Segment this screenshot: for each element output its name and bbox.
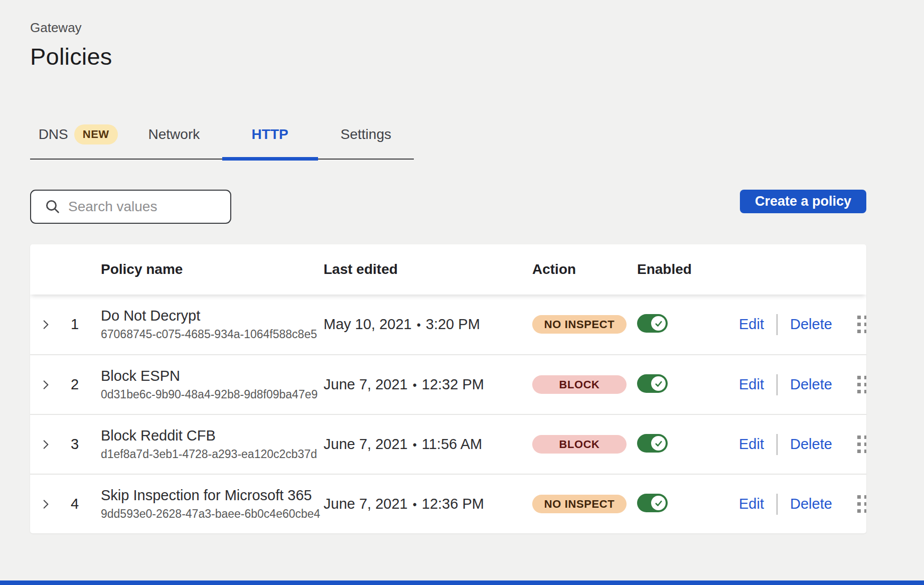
last-edited-time: 3:20 PM: [426, 316, 480, 332]
tab-network[interactable]: Network: [126, 121, 222, 159]
drag-handle-icon[interactable]: [857, 495, 866, 513]
drag-handle-icon[interactable]: [857, 376, 866, 393]
delete-link[interactable]: Delete: [790, 496, 832, 512]
column-header-policy-name: Policy name: [101, 261, 324, 277]
action-divider: [777, 494, 778, 515]
toggle-knob: [651, 376, 666, 391]
last-edited-date: June 7, 2021: [324, 376, 408, 392]
drag-handle-icon[interactable]: [857, 435, 866, 453]
last-edited: June 7, 2021•11:56 AM: [324, 436, 532, 453]
tab-settings[interactable]: Settings: [318, 121, 414, 159]
table-row: 3 Block Reddit CFB d1ef8a7d-3eb1-4728-a2…: [30, 414, 866, 474]
chevron-right-icon: [39, 318, 52, 331]
tab-settings-label: Settings: [341, 126, 391, 142]
breadcrumb: Gateway: [30, 20, 866, 36]
policy-uuid: d1ef8a7d-3eb1-4728-a293-ea120c2cb37d: [101, 448, 324, 461]
edit-link[interactable]: Edit: [739, 496, 764, 512]
action-divider: [777, 434, 778, 455]
policy-uuid: 67068745-c075-4685-934a-1064f588c8e5: [101, 328, 324, 341]
date-time-separator: •: [417, 319, 421, 332]
toggle-knob: [651, 316, 666, 331]
last-edited: June 7, 2021•12:32 PM: [324, 376, 532, 393]
expand-row-button[interactable]: [37, 316, 54, 333]
chevron-right-icon: [39, 498, 52, 511]
last-edited: May 10, 2021•3:20 PM: [324, 316, 532, 333]
tab-network-label: Network: [148, 126, 200, 142]
row-number: 3: [63, 436, 101, 453]
last-edited: June 7, 2021•12:36 PM: [324, 496, 532, 512]
date-time-separator: •: [413, 379, 417, 392]
policy-name: Block Reddit CFB: [101, 427, 324, 444]
action-badge: BLOCK: [532, 375, 627, 394]
policy-name: Do Not Decrypt: [101, 308, 324, 324]
expand-row-button[interactable]: [37, 376, 54, 393]
policy-name: Block ESPN: [101, 368, 324, 384]
row-number: 1: [63, 316, 101, 333]
last-edited-time: 12:36 PM: [422, 496, 484, 512]
delete-link[interactable]: Delete: [790, 316, 832, 333]
action-badge: BLOCK: [532, 435, 627, 454]
toggle-knob: [651, 496, 666, 510]
search-box[interactable]: [30, 190, 231, 224]
expand-row-button[interactable]: [37, 436, 54, 453]
enabled-toggle[interactable]: [637, 374, 668, 393]
toolbar: Create a policy: [30, 190, 866, 224]
table-row: 1 Do Not Decrypt 67068745-c075-4685-934a…: [30, 295, 866, 354]
last-edited-time: 12:32 PM: [422, 376, 484, 392]
row-number: 4: [63, 496, 101, 512]
delete-link[interactable]: Delete: [790, 376, 832, 393]
expand-row-button[interactable]: [37, 496, 54, 513]
search-icon: [44, 198, 61, 215]
edit-link[interactable]: Edit: [739, 436, 764, 453]
check-icon: [654, 499, 663, 508]
policy-uuid: 0d31be6c-9b90-48a4-92b8-9d8f09ba47e9: [101, 388, 324, 401]
drag-handle-icon[interactable]: [857, 316, 866, 333]
action-divider: [777, 374, 778, 395]
action-badge: NO INSPECT: [532, 315, 627, 334]
column-header-action: Action: [532, 261, 637, 277]
toggle-knob: [651, 436, 666, 451]
create-policy-button[interactable]: Create a policy: [740, 190, 866, 213]
column-header-last-edited: Last edited: [324, 261, 532, 277]
column-header-enabled: Enabled: [637, 261, 727, 277]
page-title: Policies: [30, 43, 866, 70]
chevron-right-icon: [39, 378, 52, 391]
new-badge: NEW: [74, 124, 118, 144]
last-edited-date: May 10, 2021: [324, 316, 412, 332]
tab-bar: DNS NEW Network HTTP Settings: [30, 121, 414, 160]
table-row: 2 Block ESPN 0d31be6c-9b90-48a4-92b8-9d8…: [30, 354, 866, 414]
row-number: 2: [63, 376, 101, 393]
check-icon: [654, 319, 663, 328]
action-badge: NO INSPECT: [532, 495, 627, 513]
chevron-right-icon: [39, 438, 52, 451]
date-time-separator: •: [413, 498, 417, 511]
last-edited-time: 11:56 AM: [422, 436, 482, 452]
policies-table: Policy name Last edited Action Enabled 1…: [30, 244, 866, 533]
enabled-toggle[interactable]: [637, 434, 668, 453]
search-input[interactable]: [68, 199, 249, 215]
tab-dns-label: DNS: [39, 126, 68, 142]
table-body: 1 Do Not Decrypt 67068745-c075-4685-934a…: [30, 295, 866, 533]
check-icon: [654, 379, 663, 388]
edit-link[interactable]: Edit: [739, 376, 764, 393]
table-header-row: Policy name Last edited Action Enabled: [30, 244, 866, 295]
tab-dns[interactable]: DNS NEW: [30, 121, 126, 159]
action-divider: [777, 314, 778, 335]
tab-http[interactable]: HTTP: [222, 121, 318, 159]
policy-name: Skip Inspection for Microsoft 365: [101, 487, 324, 504]
policy-uuid: 9dd593e0-2628-47a3-baee-6b0c4e60cbe4: [101, 507, 324, 521]
table-row: 4 Skip Inspection for Microsoft 365 9dd5…: [30, 474, 866, 533]
last-edited-date: June 7, 2021: [324, 496, 408, 512]
date-time-separator: •: [413, 438, 417, 452]
enabled-toggle[interactable]: [637, 494, 668, 512]
last-edited-date: June 7, 2021: [324, 436, 408, 452]
bottom-accent-bar: [0, 580, 924, 585]
gateway-policies-page: Gateway Policies DNS NEW Network HTTP Se…: [0, 0, 924, 533]
delete-link[interactable]: Delete: [790, 436, 832, 453]
enabled-toggle[interactable]: [637, 314, 668, 333]
edit-link[interactable]: Edit: [739, 316, 764, 333]
check-icon: [654, 439, 663, 448]
tab-http-label: HTTP: [252, 126, 288, 142]
